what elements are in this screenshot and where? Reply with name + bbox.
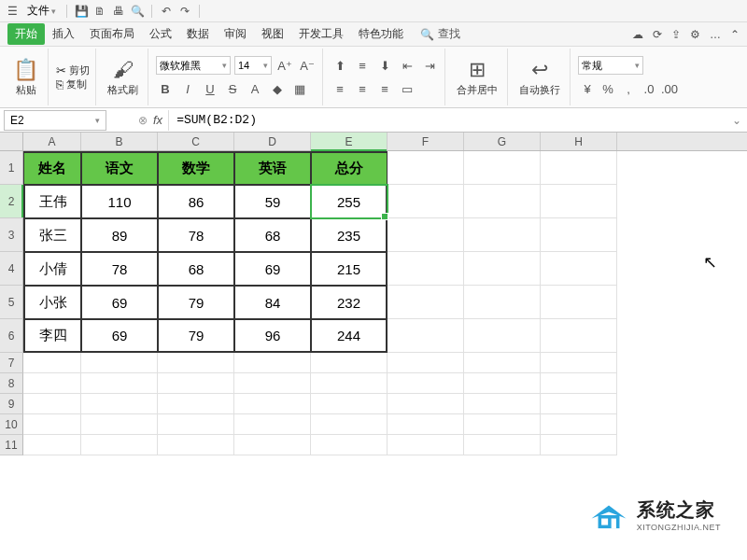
increase-indent-icon[interactable]: ⇥ (420, 56, 439, 75)
share-icon[interactable]: ⇪ (671, 28, 681, 41)
cell-header-total[interactable]: 总分 (311, 151, 388, 185)
cell-empty[interactable] (234, 414, 311, 435)
cell-empty[interactable] (81, 373, 158, 394)
format-painter-button[interactable]: 🖌 格式刷 (104, 56, 142, 99)
comma-icon[interactable]: , (619, 79, 638, 98)
row-header[interactable]: 10 (0, 414, 23, 435)
cell-empty[interactable] (541, 319, 617, 353)
cell-empty[interactable] (158, 373, 234, 394)
col-header-C[interactable]: C (158, 133, 234, 150)
align-left-icon[interactable]: ≡ (331, 79, 349, 98)
col-header-A[interactable]: A (23, 133, 81, 150)
cell-chinese[interactable]: 89 (81, 218, 158, 252)
fx-icon[interactable]: fx (153, 113, 162, 127)
cut-button[interactable]: ✂剪切 (56, 63, 90, 77)
cell-empty[interactable] (541, 435, 617, 455)
cell-empty[interactable] (234, 373, 311, 394)
cell-empty[interactable] (464, 185, 541, 218)
select-all-corner[interactable] (0, 133, 23, 150)
cell-chinese[interactable]: 69 (81, 286, 158, 319)
align-top-icon[interactable]: ⬆ (331, 56, 349, 75)
cell-empty[interactable] (311, 394, 388, 414)
cell-empty[interactable] (464, 394, 541, 414)
cell-empty[interactable] (23, 414, 81, 435)
italic-icon[interactable]: I (178, 79, 197, 98)
cell-empty[interactable] (541, 252, 617, 286)
cell-empty[interactable] (158, 353, 234, 373)
decrease-decimal-icon[interactable]: .00 (660, 79, 679, 98)
cell-empty[interactable] (464, 353, 541, 373)
cell-empty[interactable] (23, 435, 81, 455)
undo-icon[interactable]: ↶ (158, 3, 175, 20)
tab-review[interactable]: 审阅 (217, 23, 254, 45)
cell-empty[interactable] (388, 286, 464, 319)
cell-header-name[interactable]: 姓名 (23, 151, 81, 185)
cell-name[interactable]: 小张 (23, 286, 81, 319)
row-header[interactable]: 3 (0, 218, 23, 252)
align-middle-icon[interactable]: ≡ (353, 56, 372, 75)
cell-empty[interactable] (158, 394, 234, 414)
cell-name[interactable]: 李四 (23, 319, 81, 353)
cell-empty[interactable] (464, 151, 541, 185)
cell-english[interactable]: 69 (234, 252, 311, 286)
formula-input[interactable] (168, 110, 726, 131)
cell-name[interactable]: 王伟 (23, 185, 81, 218)
col-header-D[interactable]: D (234, 133, 311, 150)
row-header[interactable]: 2 (0, 185, 23, 218)
cell-name[interactable]: 小倩 (23, 252, 81, 286)
cell-english[interactable]: 96 (234, 319, 311, 353)
cell-total-selected[interactable]: 255 (311, 185, 388, 218)
cell-empty[interactable] (464, 286, 541, 319)
cell-empty[interactable] (23, 373, 81, 394)
cell-empty[interactable] (388, 373, 464, 394)
file-menu[interactable]: 文件 ▾ (22, 2, 61, 21)
cell-empty[interactable] (234, 394, 311, 414)
sync-icon[interactable]: ⟳ (653, 28, 662, 41)
row-header[interactable]: 1 (0, 151, 23, 185)
cell-total[interactable]: 232 (311, 286, 388, 319)
increase-decimal-icon[interactable]: .0 (640, 79, 658, 98)
cell-empty[interactable] (23, 353, 81, 373)
underline-icon[interactable]: U (201, 79, 219, 98)
cell-empty[interactable] (541, 414, 617, 435)
cancel-icon[interactable]: ⊗ (138, 114, 148, 127)
font-size-select[interactable]: 14▾ (234, 56, 272, 75)
row-header[interactable]: 6 (0, 319, 23, 353)
row-header[interactable]: 4 (0, 252, 23, 286)
cell-empty[interactable] (311, 373, 388, 394)
save-icon[interactable]: 💾 (73, 3, 90, 20)
cell-empty[interactable] (388, 435, 464, 455)
cell-empty[interactable] (541, 373, 617, 394)
row-header[interactable]: 9 (0, 394, 23, 414)
collapse-ribbon-icon[interactable]: ⌃ (730, 28, 740, 41)
cell-empty[interactable] (81, 435, 158, 455)
cell-empty[interactable] (311, 353, 388, 373)
cell-empty[interactable] (541, 151, 617, 185)
row-header[interactable]: 7 (0, 353, 23, 373)
cell-empty[interactable] (388, 151, 464, 185)
cell-total[interactable]: 215 (311, 252, 388, 286)
cell-header-english[interactable]: 英语 (234, 151, 311, 185)
settings-icon[interactable]: ⚙ (690, 28, 700, 41)
col-header-F[interactable]: F (388, 133, 464, 150)
name-box[interactable]: E2 ▾ (4, 110, 106, 131)
save-as-icon[interactable]: 🗎 (92, 3, 108, 20)
cell-empty[interactable] (388, 394, 464, 414)
tab-page-layout[interactable]: 页面布局 (82, 23, 142, 45)
cell-empty[interactable] (234, 353, 311, 373)
cell-empty[interactable] (388, 353, 464, 373)
wrap-text-button[interactable]: ↩ 自动换行 (515, 56, 564, 99)
tab-data[interactable]: 数据 (179, 23, 217, 45)
print-preview-icon[interactable]: 🔍 (129, 3, 146, 20)
cell-chinese[interactable]: 69 (81, 319, 158, 353)
cell-empty[interactable] (541, 185, 617, 218)
cell-math[interactable]: 79 (158, 319, 234, 353)
cell-math[interactable]: 86 (158, 185, 234, 218)
cell-empty[interactable] (158, 435, 234, 455)
align-center-icon[interactable]: ≡ (353, 79, 372, 98)
strikethrough-icon[interactable]: S (223, 79, 242, 98)
font-name-select[interactable]: 微软雅黑▾ (156, 56, 231, 75)
cell-math[interactable]: 79 (158, 286, 234, 319)
cell-empty[interactable] (388, 185, 464, 218)
decrease-indent-icon[interactable]: ⇤ (398, 56, 416, 75)
